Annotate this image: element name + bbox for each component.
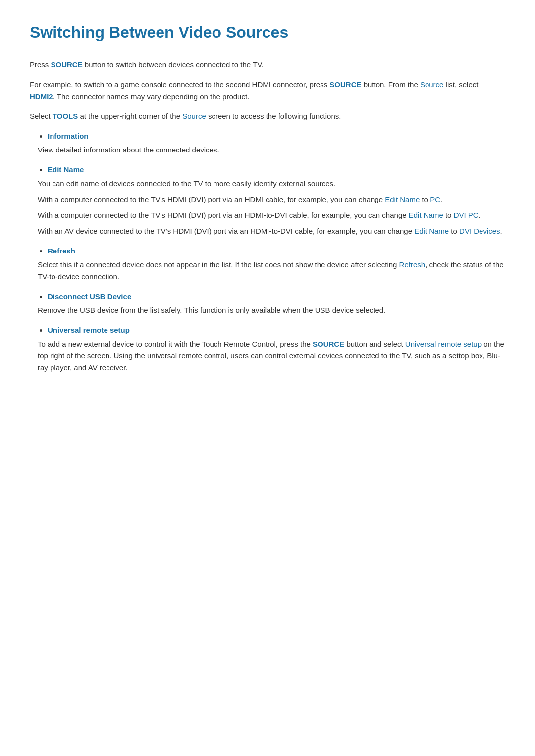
page-title: Switching Between Video Sources: [30, 20, 505, 45]
edit-name-desc3: With a computer connected to the TV's HD…: [38, 209, 505, 221]
refresh-body: Select this if a connected device does n…: [38, 259, 505, 283]
universal-remote-body: To add a new external device to control …: [38, 338, 505, 374]
refresh-link: Refresh: [399, 260, 426, 269]
source-keyword-4: Source: [182, 112, 206, 120]
refresh-title: Refresh: [48, 247, 75, 255]
source-keyword-5: SOURCE: [313, 340, 344, 348]
edit-name-desc4: With an AV device connected to the TV's …: [38, 225, 505, 237]
source-keyword-3: Source: [420, 80, 444, 89]
information-title: Information: [48, 132, 89, 140]
universal-remote-title: Universal remote setup: [48, 326, 130, 334]
refresh-desc: Select this if a connected device does n…: [38, 259, 505, 283]
hdmi2-keyword: HDMI2: [30, 92, 53, 101]
tools-keyword: TOOLS: [53, 112, 78, 120]
disconnect-usb-desc: Remove the USB device from the list safe…: [38, 304, 505, 316]
edit-name-link1: Edit Name: [385, 195, 420, 203]
edit-name-title: Edit Name: [48, 165, 84, 174]
intro-paragraph-2: For example, to switch to a game console…: [30, 79, 505, 102]
dvi-devices-link: DVI Devices: [459, 227, 500, 235]
intro-paragraph-3: Select TOOLS at the upper-right corner o…: [30, 110, 505, 122]
universal-remote-desc: To add a new external device to control …: [38, 338, 505, 374]
list-item-edit-name: Edit Name You can edit name of devices c…: [48, 164, 505, 237]
list-item-universal-remote: Universal remote setup To add a new exte…: [48, 324, 505, 374]
information-body: View detailed information about the conn…: [38, 144, 505, 156]
list-item-disconnect-usb: Disconnect USB Device Remove the USB dev…: [48, 291, 505, 316]
source-keyword-1: SOURCE: [51, 60, 83, 69]
information-desc: View detailed information about the conn…: [38, 144, 505, 156]
pc-link: PC: [430, 195, 440, 203]
dvi-pc-link: DVI PC: [454, 211, 479, 219]
list-item-refresh: Refresh Select this if a connected devic…: [48, 245, 505, 283]
universal-remote-link: Universal remote setup: [405, 340, 482, 348]
source-keyword-2: SOURCE: [329, 80, 361, 89]
list-item-information: Information View detailed information ab…: [48, 130, 505, 156]
features-list: Information View detailed information ab…: [48, 130, 505, 374]
edit-name-link3: Edit Name: [414, 227, 449, 235]
edit-name-link2: Edit Name: [409, 211, 443, 219]
intro-paragraph-1: Press SOURCE button to switch between de…: [30, 59, 505, 71]
disconnect-usb-body: Remove the USB device from the list safe…: [38, 304, 505, 316]
edit-name-desc1: You can edit name of devices connected t…: [38, 178, 505, 190]
intro1-text2: button to switch between devices connect…: [83, 60, 264, 69]
disconnect-usb-title: Disconnect USB Device: [48, 292, 131, 301]
edit-name-body: You can edit name of devices connected t…: [38, 178, 505, 237]
edit-name-desc2: With a computer connected to the TV's HD…: [38, 194, 505, 205]
